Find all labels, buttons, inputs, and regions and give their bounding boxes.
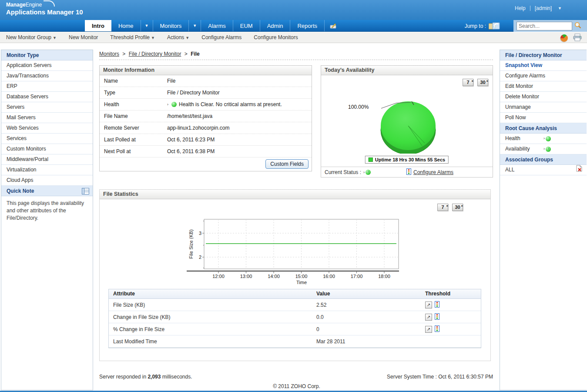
help-link[interactable]: Help [515,5,526,11]
threshold-profile-menu[interactable]: Threshold Profile▼ [104,34,161,40]
sidebar-item-erp[interactable]: ERP [1,81,93,92]
availability-pie-chart [321,75,493,154]
search-icon[interactable] [574,22,581,30]
health-ok-icon[interactable] [546,136,551,141]
quick-note-header: Quick Note [1,186,93,196]
attribute-table: Attribute Value Threshold File Size (KB)… [108,289,481,348]
breadcrumb: Monitors > File / Directory Monitor > Fi… [99,51,200,57]
pie-chart-icon[interactable] [559,33,570,44]
availability-30day-button[interactable]: 30 [477,79,488,86]
current-status-row: Current Status : › Configure Alarms [321,167,493,178]
monitor-actions-header: File / Directory Monitor [500,50,587,60]
tab-alarms[interactable]: Alarms [201,20,233,31]
quick-note-icon[interactable] [82,188,89,198]
sidebar-item-unmanage[interactable]: Unmanage [500,102,587,113]
svg-text:16:00: 16:00 [323,274,335,279]
sidebar-item-edit-monitor[interactable]: Edit Monitor [500,81,587,92]
history-graph-icon[interactable]: ↗ [425,326,432,333]
sidebar-item-configure-alarms[interactable]: Configure Alarms [500,71,587,81]
file-statistics-panel: File Statistics 7 30 [99,189,491,361]
sidebar-item-servers[interactable]: Servers [1,102,93,113]
group-all-row[interactable]: ALL [500,165,587,175]
associated-groups-header: Associated Groups [500,154,587,165]
info-row-health: Health ›Health is Clear. No critical ala… [100,99,312,111]
y-axis-label: File Size (KB) [188,229,194,258]
legend-swatch [369,157,373,162]
sidebar-item-snapshot-view[interactable]: Snapshot View [500,60,587,71]
tab-home[interactable]: Home [111,20,141,31]
search-area [513,20,587,32]
traffic-light-icon[interactable] [406,168,411,176]
caret-down-icon: ▼ [53,36,57,40]
info-row-next-poll: Next Poll atOct 6, 2011 6:38 PM [100,146,312,157]
printer-icon[interactable] [573,34,582,43]
arrow-icon: › [167,102,168,107]
admin-caret-icon[interactable]: ▼ [558,6,562,10]
caret-down-icon: ▼ [151,36,155,40]
manageengine-logo: ManageEngine Applications Manager 10 [6,2,83,16]
left-sidebar: Monitor Type Application Servers Java/Tr… [1,50,93,390]
availability-7day-button[interactable]: 7 [463,79,473,86]
edit-pencil-icon[interactable] [325,20,342,31]
history-graph-icon[interactable]: ↗ [425,302,432,308]
sidebar-item-custom-monitors[interactable]: Custom Monitors [1,144,93,154]
sidebar-item-poll-now[interactable]: Poll Now [500,113,587,123]
logo-text-engine: Engine [26,2,42,8]
configure-alarms-link[interactable]: Configure Alarms [413,169,453,175]
availability-up-icon[interactable] [546,147,551,152]
availability-panel: Today's Availability 7 30 100.00% [321,65,493,178]
tab-reports[interactable]: Reports [290,20,325,31]
main-content: Monitors > File / Directory Monitor > Fi… [94,43,500,390]
table-row-last-modified: Last Modified Time Mar 28 2011 [109,335,481,348]
threshold-traffic-light-icon[interactable] [435,325,439,333]
logo-swoosh-icon [44,0,55,7]
sidebar-item-database-servers[interactable]: Database Servers [1,92,93,102]
tab-admin[interactable]: Admin [260,20,291,31]
breadcrumb-type-link[interactable]: File / Directory Monitor [129,51,181,57]
svg-text:14:00: 14:00 [268,274,280,279]
table-row-change-file-size: Change in File Size (KB) 0.0 ↗ [109,311,481,323]
sidebar-item-cloud-apps[interactable]: Cloud Apps [1,175,93,186]
rca-availability-row[interactable]: Availability › [500,144,587,154]
configure-alarms-nav[interactable]: Configure Alarms [195,34,248,40]
threshold-traffic-light-icon[interactable] [435,301,439,309]
filestats-30day-button[interactable]: 30 [452,204,463,211]
sidebar-item-delete-monitor[interactable]: Delete Monitor [500,92,587,102]
custom-fields-button[interactable]: Custom Fields [265,159,309,169]
admin-menu[interactable]: [admin] [535,5,552,11]
threshold-traffic-light-icon[interactable] [435,313,439,321]
filestats-7day-button[interactable]: 7 [437,204,448,211]
tab-monitors[interactable]: Monitors [153,20,189,31]
search-input[interactable] [517,22,572,30]
caret-down-icon: ▼ [185,36,189,40]
sidebar-item-application-servers[interactable]: Application Servers [1,60,93,71]
sidebar-item-services[interactable]: Services [1,134,93,144]
sidebar-item-java-transactions[interactable]: Java/Transactions [1,71,93,81]
logo-text-manage: Manage [6,2,26,8]
configure-monitors-nav[interactable]: Configure Monitors [248,34,304,40]
actions-menu[interactable]: Actions▼ [161,34,195,40]
new-monitor-group-menu[interactable]: New Monitor Group▼ [0,34,63,40]
tab-intro[interactable]: Intro [85,20,111,31]
sidebar-item-middleware-portal[interactable]: Middleware/Portal [1,154,93,165]
rca-health-row[interactable]: Health › [500,134,587,144]
health-ok-icon [171,102,177,107]
tab-eum[interactable]: EUM [233,20,260,31]
svg-text:15:00: 15:00 [295,274,308,279]
remove-group-icon[interactable] [576,165,582,175]
tab-home-caret-icon[interactable]: ▼ [141,20,153,31]
root-cause-analysis-header: Root Cause Analysis [500,123,587,134]
svg-text:2: 2 [199,255,201,260]
sidebar-item-virtualization[interactable]: Virtualization [1,165,93,175]
breadcrumb-monitors-link[interactable]: Monitors [99,51,119,57]
jump-to-icon[interactable] [489,22,500,30]
sidebar-item-web-services[interactable]: Web Services [1,123,93,134]
new-monitor-button[interactable]: New Monitor [63,34,104,40]
logo-product-name: Applications Manager 10 [6,8,83,16]
current-status-label: Current Status : [325,169,361,175]
breadcrumb-divider [99,60,493,60]
tab-monitors-caret-icon[interactable]: ▼ [189,20,201,31]
right-sidebar: File / Directory Monitor Snapshot View C… [500,50,587,390]
sidebar-item-mail-servers[interactable]: Mail Servers [1,113,93,123]
history-graph-icon[interactable]: ↗ [425,314,432,321]
